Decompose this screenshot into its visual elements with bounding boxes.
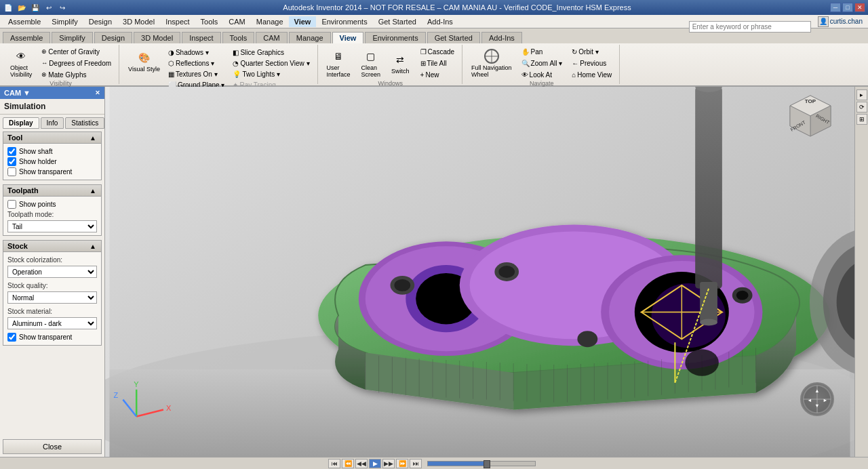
user-icon[interactable]: 👤 <box>818 16 829 27</box>
playback-prev-button[interactable]: ◀◀ <box>355 459 368 468</box>
tab-get-started[interactable]: Get Started <box>427 32 480 43</box>
zoom-all-button[interactable]: 🔍 Zoom All ▾ <box>518 58 566 68</box>
toolpath-collapse-icon[interactable]: ▲ <box>89 186 97 195</box>
search-input[interactable] <box>689 21 811 33</box>
quick-access-undo[interactable]: ↩ <box>43 2 54 13</box>
pan-button[interactable]: ✋ Pan <box>518 47 566 57</box>
two-lights-select[interactable]: 💡 Two Lights ▾ <box>229 69 313 79</box>
look-at-button[interactable]: 👁 Look At <box>518 70 566 80</box>
stock-section-header[interactable]: Stock ▲ <box>3 241 101 252</box>
tab-simplify[interactable]: Simplify <box>52 32 93 43</box>
menu-tools[interactable]: Tools <box>195 16 224 27</box>
full-nav-wheel-button[interactable]: Full NavigationWheel <box>468 46 515 80</box>
sim-tab-info[interactable]: Info <box>41 117 64 129</box>
show-transparent-tool-checkbox[interactable] <box>7 167 16 176</box>
close-panel-button[interactable]: Close <box>3 439 102 454</box>
playback-next-button[interactable]: ▶▶ <box>382 459 395 468</box>
quick-access-redo[interactable]: ↪ <box>57 2 68 13</box>
show-points-checkbox[interactable] <box>7 200 16 209</box>
switch-button[interactable]: ⇄ Switch <box>388 49 413 77</box>
tab-cam[interactable]: CAM <box>256 32 287 43</box>
quarter-section-button[interactable]: ◔ Quarter Section View ▾ <box>229 58 313 68</box>
textures-button[interactable]: ▦ Textures On ▾ <box>165 69 229 79</box>
show-transparent-stock-checkbox[interactable] <box>7 333 16 342</box>
sim-tab-statistics[interactable]: Statistics <box>65 117 104 129</box>
playback-start-button[interactable]: ⏮ <box>328 459 340 468</box>
playback-forward-fast-button[interactable]: ⏩ <box>396 459 408 468</box>
tab-3dmodel[interactable]: 3D Model <box>134 32 180 43</box>
show-holder-row: Show holder <box>7 157 97 167</box>
playback-end-button[interactable]: ⏭ <box>410 459 422 468</box>
colorization-select[interactable]: Operation None Material <box>7 266 97 278</box>
quality-select[interactable]: Normal Fine Coarse <box>7 291 97 304</box>
cam-panel-header[interactable]: CAM ▼ ✕ <box>0 87 104 99</box>
tab-view[interactable]: View <box>332 32 364 43</box>
show-shaft-checkbox[interactable] <box>7 147 16 156</box>
orbit-button[interactable]: ↻ Orbit ▾ <box>568 47 615 57</box>
cascade-button[interactable]: ❐ Cascade <box>417 47 458 57</box>
user-interface-button[interactable]: 🖥 UserInterface <box>323 46 354 80</box>
progress-slider[interactable] <box>427 461 536 466</box>
viewcube[interactable]: TOP RIGHT FRONT <box>787 92 834 140</box>
material-select[interactable]: Aluminum - dark Aluminum - light Steel <box>7 317 97 329</box>
tab-design[interactable]: Design <box>94 32 132 43</box>
reflections-button[interactable]: ⬡ Reflections ▾ <box>165 58 229 68</box>
clean-screen-button[interactable]: ▢ CleanScreen <box>358 46 384 80</box>
object-visibility-button[interactable]: 👁 ObjectVisibility <box>7 46 35 80</box>
tab-tools[interactable]: Tools <box>222 32 255 43</box>
playback-play-button[interactable]: ▶ <box>369 459 381 468</box>
toolpath-section-header[interactable]: Toolpath ▲ <box>3 185 101 197</box>
quick-access-open[interactable]: 📂 <box>16 2 27 13</box>
tool-collapse-icon[interactable]: ▲ <box>89 134 97 142</box>
menu-view[interactable]: View <box>289 16 317 27</box>
home-view-button[interactable]: ⌂ Home View <box>568 70 615 80</box>
minimize-button[interactable]: ─ <box>830 3 841 12</box>
menu-add-ins[interactable]: Add-Ins <box>422 16 458 27</box>
menu-environments[interactable]: Environments <box>316 16 372 27</box>
menu-design[interactable]: Design <box>83 16 117 27</box>
show-transparent-tool-label: Show transparent <box>19 168 72 176</box>
menu-cam[interactable]: CAM <box>223 16 250 27</box>
tab-inspect[interactable]: Inspect <box>182 32 220 43</box>
menu-3dmodel[interactable]: 3D Model <box>117 16 160 27</box>
sim-tab-display[interactable]: Display <box>3 117 39 129</box>
menu-get-started[interactable]: Get Started <box>373 16 422 27</box>
playback-rewind-fast-button[interactable]: ⏪ <box>342 459 354 468</box>
quick-access-new[interactable]: 📄 <box>3 2 14 13</box>
visual-style-button[interactable]: 🎨 Visual Style <box>125 47 163 75</box>
quick-access-save[interactable]: 💾 <box>30 2 41 13</box>
navigation-wheel[interactable]: ▲ ▼ ◄ ► <box>800 382 834 416</box>
new-window-button[interactable]: + New <box>417 70 458 80</box>
menu-inspect[interactable]: Inspect <box>160 16 195 27</box>
menu-manage[interactable]: Manage <box>251 16 289 27</box>
maximize-button[interactable]: □ <box>842 3 853 12</box>
tab-environments[interactable]: Environments <box>365 32 425 43</box>
cam-header-label: CAM ▼ <box>4 89 31 97</box>
degrees-freedom-button[interactable]: ↔ Degrees of Freedom <box>38 58 115 68</box>
cam-header-close[interactable]: ✕ <box>95 89 100 96</box>
viewport[interactable]: X Y Z TOP RIGHT FRONT <box>105 87 854 457</box>
slice-graphics-button[interactable]: ◧ Slice Graphics <box>229 47 313 58</box>
tool-section: Tool ▲ Show shaft Show holder Show trans… <box>3 131 102 180</box>
shadows-button[interactable]: ◑ Shadows ▾ <box>165 47 229 58</box>
close-window-button[interactable]: ✕ <box>854 3 865 12</box>
rt-btn-3[interactable]: ⊞ <box>856 114 867 125</box>
mate-glyphs-button[interactable]: ⊗ Mate Glyphs <box>38 70 115 80</box>
tool-section-header[interactable]: Tool ▲ <box>3 132 101 144</box>
rt-btn-1[interactable]: ▸ <box>856 89 867 100</box>
rt-btn-2[interactable]: ⟳ <box>856 102 867 113</box>
tab-assemble[interactable]: Assemble <box>3 32 50 43</box>
tile-all-button[interactable]: ⊞ Tile All <box>417 58 458 68</box>
app-title: Autodesk Inventor 2014 – NOT FOR RESALE … <box>84 3 830 12</box>
previous-view-button[interactable]: ← Previous <box>568 58 615 68</box>
stock-collapse-icon[interactable]: ▲ <box>89 242 97 250</box>
toolpath-mode-select[interactable]: Tail Full None <box>7 220 97 232</box>
tab-add-ins[interactable]: Add-Ins <box>481 32 522 43</box>
progress-thumb[interactable] <box>484 460 490 468</box>
tab-manage[interactable]: Manage <box>289 32 331 43</box>
center-of-gravity-button[interactable]: ⊕ Center of Gravity <box>38 47 115 57</box>
pan-icon: ✋ <box>521 48 530 56</box>
menu-simplify[interactable]: Simplify <box>46 16 83 27</box>
show-holder-checkbox[interactable] <box>7 157 16 166</box>
menu-assemble[interactable]: Assemble <box>3 16 46 27</box>
